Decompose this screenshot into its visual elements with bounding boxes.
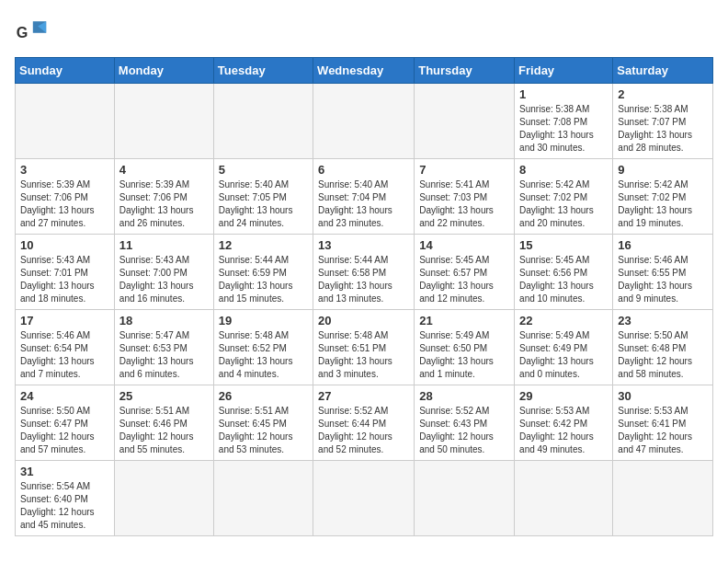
calendar-cell: 6Sunrise: 5:40 AM Sunset: 7:04 PM Daylig… xyxy=(313,159,415,235)
calendar-cell: 28Sunrise: 5:52 AM Sunset: 6:43 PM Dayli… xyxy=(415,385,515,461)
day-number: 1 xyxy=(519,87,608,101)
calendar-week-1: 1Sunrise: 5:38 AM Sunset: 7:08 PM Daylig… xyxy=(16,84,713,159)
calendar: SundayMondayTuesdayWednesdayThursdayFrid… xyxy=(15,57,713,536)
day-number: 26 xyxy=(219,389,308,403)
day-number: 29 xyxy=(519,389,608,403)
col-header-tuesday: Tuesday xyxy=(213,58,313,84)
calendar-cell: 7Sunrise: 5:41 AM Sunset: 7:03 PM Daylig… xyxy=(415,159,515,235)
calendar-cell xyxy=(415,461,515,536)
calendar-cell: 1Sunrise: 5:38 AM Sunset: 7:08 PM Daylig… xyxy=(515,84,613,159)
calendar-cell: 31Sunrise: 5:54 AM Sunset: 6:40 PM Dayli… xyxy=(16,461,115,536)
calendar-cell: 9Sunrise: 5:42 AM Sunset: 7:02 PM Daylig… xyxy=(613,159,713,235)
calendar-cell: 5Sunrise: 5:40 AM Sunset: 7:05 PM Daylig… xyxy=(213,159,313,235)
day-number: 6 xyxy=(318,163,409,177)
day-info: Sunrise: 5:39 AM Sunset: 7:06 PM Dayligh… xyxy=(20,178,109,230)
calendar-cell xyxy=(213,461,313,536)
day-info: Sunrise: 5:38 AM Sunset: 7:07 PM Dayligh… xyxy=(618,103,708,155)
day-info: Sunrise: 5:53 AM Sunset: 6:42 PM Dayligh… xyxy=(519,405,608,456)
day-number: 23 xyxy=(618,314,708,327)
calendar-cell: 15Sunrise: 5:45 AM Sunset: 6:56 PM Dayli… xyxy=(515,235,613,310)
day-number: 22 xyxy=(519,314,608,327)
calendar-cell: 19Sunrise: 5:48 AM Sunset: 6:52 PM Dayli… xyxy=(213,310,313,385)
calendar-week-6: 31Sunrise: 5:54 AM Sunset: 6:40 PM Dayli… xyxy=(16,461,713,536)
calendar-cell: 8Sunrise: 5:42 AM Sunset: 7:02 PM Daylig… xyxy=(515,159,613,235)
day-number: 7 xyxy=(419,163,509,177)
calendar-cell xyxy=(213,84,313,159)
svg-text:G: G xyxy=(17,24,28,40)
logo-icon: G xyxy=(15,15,48,48)
day-number: 14 xyxy=(419,238,509,252)
day-number: 8 xyxy=(519,163,608,177)
calendar-cell: 23Sunrise: 5:50 AM Sunset: 6:48 PM Dayli… xyxy=(613,310,713,385)
day-info: Sunrise: 5:49 AM Sunset: 6:50 PM Dayligh… xyxy=(419,329,509,381)
calendar-cell xyxy=(114,84,213,159)
calendar-cell: 12Sunrise: 5:44 AM Sunset: 6:59 PM Dayli… xyxy=(213,235,313,310)
day-info: Sunrise: 5:39 AM Sunset: 7:06 PM Dayligh… xyxy=(119,178,209,230)
calendar-cell: 17Sunrise: 5:46 AM Sunset: 6:54 PM Dayli… xyxy=(16,310,115,385)
day-info: Sunrise: 5:49 AM Sunset: 6:49 PM Dayligh… xyxy=(519,329,608,381)
day-info: Sunrise: 5:43 AM Sunset: 7:00 PM Dayligh… xyxy=(119,254,209,305)
col-header-monday: Monday xyxy=(114,58,213,84)
day-info: Sunrise: 5:48 AM Sunset: 6:52 PM Dayligh… xyxy=(219,329,308,381)
day-info: Sunrise: 5:47 AM Sunset: 6:53 PM Dayligh… xyxy=(119,329,209,381)
day-number: 27 xyxy=(318,389,409,403)
day-info: Sunrise: 5:52 AM Sunset: 6:44 PM Dayligh… xyxy=(318,405,409,456)
day-info: Sunrise: 5:45 AM Sunset: 6:56 PM Dayligh… xyxy=(519,254,608,305)
day-info: Sunrise: 5:52 AM Sunset: 6:43 PM Dayligh… xyxy=(419,405,509,456)
calendar-week-4: 17Sunrise: 5:46 AM Sunset: 6:54 PM Dayli… xyxy=(16,310,713,385)
calendar-cell xyxy=(16,84,115,159)
calendar-cell: 29Sunrise: 5:53 AM Sunset: 6:42 PM Dayli… xyxy=(515,385,613,461)
day-number: 24 xyxy=(20,389,109,403)
calendar-cell xyxy=(313,84,415,159)
calendar-cell xyxy=(114,461,213,536)
calendar-header-row: SundayMondayTuesdayWednesdayThursdayFrid… xyxy=(16,58,713,84)
calendar-week-5: 24Sunrise: 5:50 AM Sunset: 6:47 PM Dayli… xyxy=(16,385,713,461)
day-number: 12 xyxy=(219,238,308,252)
day-number: 25 xyxy=(119,389,209,403)
day-info: Sunrise: 5:44 AM Sunset: 6:58 PM Dayligh… xyxy=(318,254,409,305)
day-number: 15 xyxy=(519,238,608,252)
calendar-cell: 27Sunrise: 5:52 AM Sunset: 6:44 PM Dayli… xyxy=(313,385,415,461)
day-info: Sunrise: 5:38 AM Sunset: 7:08 PM Dayligh… xyxy=(519,103,608,155)
calendar-cell: 11Sunrise: 5:43 AM Sunset: 7:00 PM Dayli… xyxy=(114,235,213,310)
calendar-cell: 13Sunrise: 5:44 AM Sunset: 6:58 PM Dayli… xyxy=(313,235,415,310)
day-number: 21 xyxy=(419,314,509,327)
day-info: Sunrise: 5:54 AM Sunset: 6:40 PM Dayligh… xyxy=(20,480,109,532)
day-info: Sunrise: 5:40 AM Sunset: 7:05 PM Dayligh… xyxy=(219,178,308,230)
calendar-cell: 2Sunrise: 5:38 AM Sunset: 7:07 PM Daylig… xyxy=(613,84,713,159)
day-info: Sunrise: 5:41 AM Sunset: 7:03 PM Dayligh… xyxy=(419,178,509,230)
day-number: 9 xyxy=(618,163,708,177)
calendar-cell: 4Sunrise: 5:39 AM Sunset: 7:06 PM Daylig… xyxy=(114,159,213,235)
day-info: Sunrise: 5:42 AM Sunset: 7:02 PM Dayligh… xyxy=(618,178,708,230)
col-header-sunday: Sunday xyxy=(16,58,115,84)
day-number: 28 xyxy=(419,389,509,403)
day-number: 30 xyxy=(618,389,708,403)
day-number: 13 xyxy=(318,238,409,252)
calendar-cell: 10Sunrise: 5:43 AM Sunset: 7:01 PM Dayli… xyxy=(16,235,115,310)
calendar-cell: 16Sunrise: 5:46 AM Sunset: 6:55 PM Dayli… xyxy=(613,235,713,310)
calendar-cell xyxy=(515,461,613,536)
calendar-cell: 25Sunrise: 5:51 AM Sunset: 6:46 PM Dayli… xyxy=(114,385,213,461)
day-info: Sunrise: 5:43 AM Sunset: 7:01 PM Dayligh… xyxy=(20,254,109,305)
day-number: 4 xyxy=(119,163,209,177)
day-number: 31 xyxy=(20,465,109,478)
day-info: Sunrise: 5:46 AM Sunset: 6:55 PM Dayligh… xyxy=(618,254,708,305)
day-number: 16 xyxy=(618,238,708,252)
page-header: G xyxy=(15,15,713,48)
calendar-cell: 18Sunrise: 5:47 AM Sunset: 6:53 PM Dayli… xyxy=(114,310,213,385)
day-info: Sunrise: 5:48 AM Sunset: 6:51 PM Dayligh… xyxy=(318,329,409,381)
day-info: Sunrise: 5:50 AM Sunset: 6:48 PM Dayligh… xyxy=(618,329,708,381)
calendar-cell: 30Sunrise: 5:53 AM Sunset: 6:41 PM Dayli… xyxy=(613,385,713,461)
day-info: Sunrise: 5:50 AM Sunset: 6:47 PM Dayligh… xyxy=(20,405,109,456)
day-number: 17 xyxy=(20,314,109,327)
col-header-saturday: Saturday xyxy=(613,58,713,84)
day-info: Sunrise: 5:46 AM Sunset: 6:54 PM Dayligh… xyxy=(20,329,109,381)
day-number: 19 xyxy=(219,314,308,327)
calendar-week-3: 10Sunrise: 5:43 AM Sunset: 7:01 PM Dayli… xyxy=(16,235,713,310)
day-number: 5 xyxy=(219,163,308,177)
calendar-cell: 20Sunrise: 5:48 AM Sunset: 6:51 PM Dayli… xyxy=(313,310,415,385)
day-number: 11 xyxy=(119,238,209,252)
logo: G xyxy=(15,15,53,48)
calendar-cell: 22Sunrise: 5:49 AM Sunset: 6:49 PM Dayli… xyxy=(515,310,613,385)
day-info: Sunrise: 5:53 AM Sunset: 6:41 PM Dayligh… xyxy=(618,405,708,456)
